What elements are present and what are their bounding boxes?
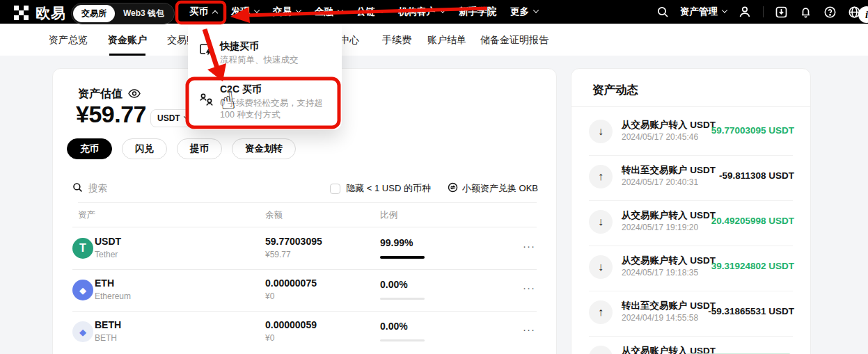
subnav-fees[interactable]: 手续费 [382,34,411,47]
tab-exchange[interactable]: 交易所 [73,5,115,22]
chevron-down-icon [440,7,445,13]
menu-discover[interactable]: 发现 [231,6,259,18]
download-app-icon[interactable] [775,6,788,19]
convert-small-assets[interactable]: 小额资产兑换 OKB [448,182,538,195]
table-row-usdt[interactable]: T USDTTether 59.77003095¥59.77 99.99% ··… [53,229,556,269]
tab-web3-wallet[interactable]: Web3 钱包 [115,5,173,22]
asset-ratio: 0.00% [380,279,408,290]
col-balance: 余额 [265,209,283,221]
withdraw-button[interactable]: 提币 [177,138,222,159]
subnav-assets-overview[interactable]: 资产总览 [49,34,88,47]
activity-title: 资产动态 [592,83,638,98]
activity-time: 2024/05/17 19:18:35 [622,268,698,277]
mode-toggle: 交易所 Web3 钱包 [71,3,175,24]
usdt-coin-icon: T [72,238,93,259]
activity-item[interactable]: ↑ 转出至交易账户 USDT 2024/05/17 20:40:31 -59.8… [571,156,810,201]
okx-logo[interactable]: 欧易 [14,3,66,23]
eth-coin-icon: ◆ [72,280,93,300]
express-buy-icon [198,42,213,59]
chevron-down-icon [254,7,260,13]
subnav-funding-account[interactable]: 资金账户 [108,34,147,47]
profile-icon[interactable] [738,5,752,19]
hide-small-label: 隐藏 < 1 USD 的币种 [346,182,431,195]
search-options: 隐藏 < 1 USD 的币种 小额资产兑换 OKB [330,182,538,195]
menu-chain[interactable]: 公链 [356,6,384,18]
asset-activity-card: 资产动态 ↓ 从交易账户转入 USDT 2024/05/17 20:45:46 … [571,68,811,354]
chevron-down-icon [379,7,385,13]
asset-name: BETH [95,333,121,343]
divider [763,6,764,17]
okx-logo-icon [14,6,29,21]
activity-amount: 59.77003095 USDT [711,125,794,136]
divider [72,269,537,270]
ratio-bar [380,339,425,341]
activity-amount: -59.31865531 USDT [708,306,794,316]
search-icon[interactable] [656,6,669,18]
transfer-out-icon: ↑ [589,165,613,188]
asset-balance: 59.77003095 [265,236,322,247]
asset-balance: 0.00000075 [265,277,317,289]
total-asset-value: ¥59.77 [76,101,146,128]
table-row-eth[interactable]: ◆ ETHEthereum 0.00000075¥0 0.00% ··· [53,271,556,311]
chevron-up-icon [212,10,218,16]
divider [72,227,537,227]
hide-small-checkbox[interactable] [330,184,340,194]
subnav-account-statement[interactable]: 账户结单 [427,34,466,47]
divider [78,202,537,203]
chevron-down-icon [338,7,343,13]
subnav-proof-of-reserves[interactable]: 储备金证明报告 [480,34,549,47]
assets-subnav: 资产总览 资金账户 交易账户 订单中心 手续费 账户结单 储备金证明报告 [0,24,868,56]
convert-button[interactable]: 闪兑 [122,138,167,159]
transfer-in-icon: ↓ [589,210,613,234]
convert-icon [448,182,458,195]
divider [72,311,537,312]
asset-balance: 0.00000059 [265,319,317,330]
table-row-beth[interactable]: ◆ BETHBETH 0.00000059¥0 0.00% ··· [53,312,556,353]
search-icon [72,182,83,195]
row-more-button[interactable]: ··· [523,240,535,252]
asset-valuation-title: 资产估值 [78,87,141,102]
col-ratio: 比例 [380,209,397,221]
brand-name: 欧易 [35,3,66,23]
chevron-down-icon [722,7,727,13]
menu-academy[interactable]: 新手学院 [459,6,496,18]
activity-item[interactable]: ↓ 从交易账户转入 USDT 2024/05/17 20:45:46 59.77… [571,111,810,156]
beth-coin-icon: ◆ [72,321,93,342]
transfer-button[interactable]: 资金划转 [232,138,296,159]
transfer-in-icon: ↓ [589,255,613,279]
deposit-button[interactable]: 充币 [67,138,112,159]
activity-time: 2024/05/17 20:40:31 [622,177,698,187]
okx-assets-page: 欧易 交易所 Web3 钱包 买币 发现 交易 金融 公链 机构客户 新手学院 … [0,0,868,354]
activity-time: 2024/05/17 20:45:46 [622,132,698,142]
menu-asset-management[interactable]: 资产管理 [680,6,727,18]
asset-search-row: 搜索 隐藏 < 1 USD 的币种 小额资产兑换 OKB [72,179,538,198]
activity-item[interactable]: ↑ 转出至交易账户 USDT 2024/04/19 14:55:58 -59.3… [571,291,810,337]
divider [571,106,810,107]
asset-symbol: BETH [95,319,121,330]
menu-trade[interactable]: 交易 [273,6,301,18]
row-more-button[interactable]: ··· [523,323,535,335]
help-icon[interactable] [823,6,837,19]
asset-fiat-value: ¥0 [265,291,317,301]
menu-institutional[interactable]: 机构客户 [398,6,445,18]
activity-item[interactable]: ↓ 从交易账户转入 USDT 2024/05/17 19:19:20 20.49… [571,201,810,246]
buy-crypto-dropdown: 快捷买币 流程简单、快速成交 C2C 买币 0 手续费轻松交易，支持超 100 … [188,25,342,130]
ratio-bar [380,298,425,300]
eye-icon[interactable] [128,88,141,101]
menu-finance[interactable]: 金融 [315,6,342,18]
search-input[interactable]: 搜索 [72,182,330,195]
asset-name: Tether [95,250,121,259]
row-more-button[interactable]: ··· [523,282,535,293]
top-navbar: 欧易 交易所 Web3 钱包 买币 发现 交易 金融 公链 机构客户 新手学院 … [0,0,868,24]
notifications-bell-icon[interactable] [799,6,812,19]
menu-buy-crypto[interactable]: 买币 [189,6,217,18]
activity-item[interactable]: ↓ 从交易账户转入 USDT [571,337,810,354]
ratio-bar [380,256,425,259]
asset-fiat-value: ¥59.77 [265,250,322,259]
asset-ratio: 0.00% [380,321,408,332]
menu-more[interactable]: 更多 [510,6,538,18]
activity-amount: 20.49205998 USDT [711,216,794,226]
activity-item[interactable]: ↓ 从交易账户转入 USDT 2024/05/17 19:18:35 39.31… [571,246,810,291]
transfer-in-icon: ↓ [589,120,613,143]
activity-time: 2024/04/19 14:55:58 [622,313,698,323]
